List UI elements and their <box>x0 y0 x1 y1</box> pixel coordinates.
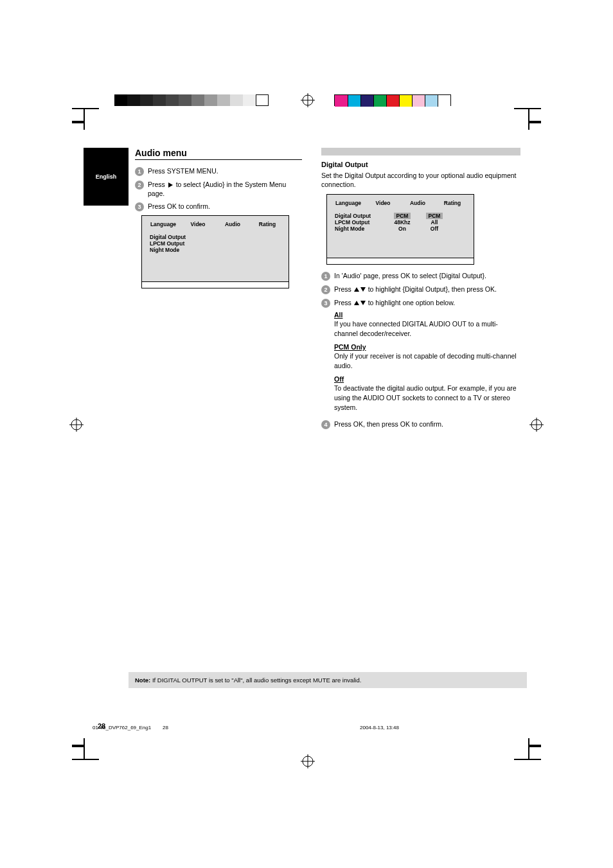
side-tab-language: English <box>84 148 129 206</box>
osd-value-pcm-alt: PCM <box>418 213 450 219</box>
section-title-audio-menu: Audio menu <box>135 148 302 160</box>
right-step-1: 1 In 'Audio' page, press OK to select {D… <box>321 271 520 281</box>
osd-tab-video: Video <box>181 221 215 227</box>
gray-ramp <box>114 94 269 106</box>
triangle-down-icon <box>360 301 366 305</box>
option-all-label: All <box>334 311 342 319</box>
step-number-icon: 1 <box>135 167 144 176</box>
right-step-4: 4 Press OK, then press OK to confirm. <box>321 420 520 429</box>
step-2-text: Press to select {Audio} in the System Me… <box>148 180 302 198</box>
registration-cross-left <box>69 418 84 434</box>
color-bar <box>334 94 451 106</box>
step-number-icon: 4 <box>321 420 330 429</box>
option-pcm-text: Only if your receiver is not capable of … <box>334 352 517 369</box>
osd-row-digital-output: Digital Output <box>150 234 201 240</box>
page-content: Audio menu 1 Press SYSTEM MENU. 2 Press … <box>135 148 520 294</box>
step-number-icon: 1 <box>321 272 330 281</box>
subsection-desc: Set the Digital Output according to your… <box>321 171 520 189</box>
note-title: Note: <box>135 677 150 684</box>
osd-body: Digital Output PCM PCM LPCM Output 48Khz… <box>327 209 474 258</box>
option-pcm-label: PCM Only <box>334 343 366 351</box>
triangle-right-icon <box>168 182 173 188</box>
step-number-icon: 3 <box>135 202 144 211</box>
right-step-3: 3 Press to highlight one option below. A… <box>321 298 520 416</box>
step-number-icon: 2 <box>321 285 330 294</box>
triangle-up-icon <box>354 287 359 292</box>
osd-tab-rating: Rating <box>250 221 285 227</box>
osd-tab-language: Language <box>331 200 366 206</box>
osd-footer <box>327 258 474 264</box>
footer-timestamp: 2004-8-13, 13:48 <box>360 725 399 731</box>
crop-mark-top-right <box>514 108 541 130</box>
crop-mark-top-left <box>72 108 99 130</box>
registration-cross-top <box>301 93 315 107</box>
panel-header-bar <box>321 148 520 155</box>
right-step-3-text: Press to highlight one option below. All… <box>334 298 520 416</box>
step-3-text: Press OK to confirm. <box>148 202 302 211</box>
right-step-2: 2 Press to highlight {Digital Output}, t… <box>321 285 520 294</box>
osd-value-pcm: PCM <box>386 213 418 219</box>
note-text: If DIGITAL OUTPUT is set to "All", all a… <box>152 677 361 684</box>
osd-tab-audio: Audio <box>215 221 250 227</box>
triangle-down-icon <box>360 287 366 292</box>
right-step-1-text: In 'Audio' page, press OK to select {Dig… <box>334 271 520 280</box>
step-1-text: Press SYSTEM MENU. <box>148 166 302 175</box>
registration-cross-right <box>529 418 544 434</box>
osd-row-night-mode: Night Mode <box>150 247 201 253</box>
osd-menu-left: Language Video Audio Rating Digital Outp… <box>141 215 289 288</box>
footer-file-info: 01-46_DVP762_69_Eng1 28 <box>93 725 168 731</box>
osd-value-all: All <box>418 219 450 226</box>
step-3: 3 Press OK to confirm. <box>135 202 302 211</box>
note-bar: Note: If DIGITAL OUTPUT is set to "All",… <box>129 672 527 688</box>
step-1: 1 Press SYSTEM MENU. <box>135 166 302 176</box>
osd-tab-video: Video <box>366 200 400 206</box>
option-off-label: Off <box>334 375 344 383</box>
osd-tabs: Language Video Audio Rating <box>327 195 474 209</box>
osd-menu-right: Language Video Audio Rating Digital Outp… <box>326 194 474 265</box>
osd-value-off: Off <box>418 226 450 232</box>
osd-row-lpcm-output: LPCM Output <box>150 240 201 247</box>
option-all-text: If you have connected DIGITAL AUDIO OUT … <box>334 320 498 337</box>
registration-cross-bottom <box>301 754 315 770</box>
osd-tabs: Language Video Audio Rating <box>142 216 289 230</box>
osd-body: Digital Output LPCM Output Night Mode <box>142 230 289 281</box>
osd-value-48khz: 48Khz <box>386 219 418 226</box>
option-off-text: To deactivate the digital audio output. … <box>334 384 517 411</box>
right-step-2-text: Press to highlight {Digital Output}, the… <box>334 285 520 294</box>
step-number-icon: 2 <box>135 181 144 190</box>
osd-row-lpcm-output: LPCM Output <box>335 219 386 226</box>
step-2: 2 Press to select {Audio} in the System … <box>135 180 302 198</box>
osd-tab-language: Language <box>146 221 181 227</box>
crop-mark-bottom-right <box>514 738 541 760</box>
osd-tab-audio: Audio <box>400 200 435 206</box>
osd-tab-rating: Rating <box>435 200 470 206</box>
right-step-4-text: Press OK, then press OK to confirm. <box>334 420 520 429</box>
step-number-icon: 3 <box>321 299 330 308</box>
crop-mark-bottom-left <box>72 738 99 760</box>
subsection-title-digital-output: Digital Output <box>321 161 520 168</box>
osd-footer <box>142 281 289 288</box>
osd-value-on: On <box>386 226 418 232</box>
osd-row-digital-output: Digital Output <box>335 213 386 219</box>
triangle-up-icon <box>354 301 359 305</box>
osd-row-night-mode: Night Mode <box>335 226 386 232</box>
